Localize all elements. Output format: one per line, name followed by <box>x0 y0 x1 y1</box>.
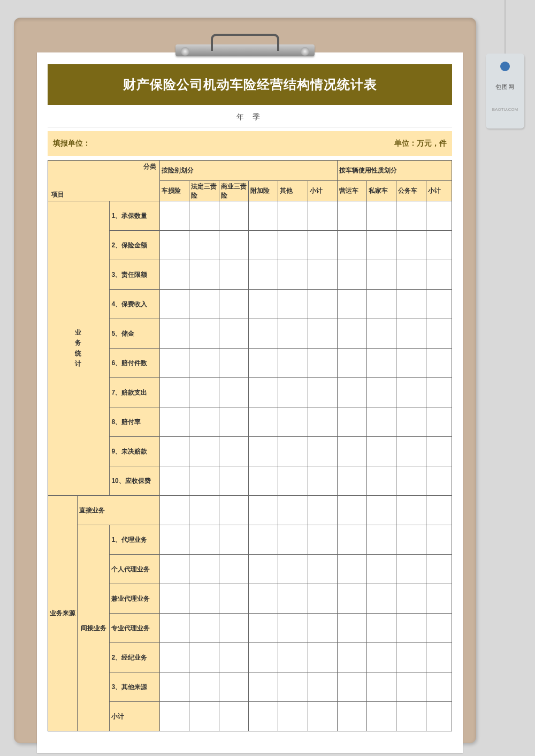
cell <box>426 584 452 614</box>
cell <box>396 702 426 731</box>
cell <box>248 290 278 319</box>
cell <box>367 349 396 378</box>
cell <box>189 437 219 466</box>
cell <box>308 349 337 378</box>
cell <box>367 702 396 731</box>
cell <box>337 555 366 584</box>
cell <box>160 260 189 290</box>
row-label: 个人代理业务 <box>110 555 160 584</box>
cell <box>337 319 366 349</box>
cell <box>367 614 396 643</box>
cell <box>189 378 219 407</box>
cell <box>278 466 308 496</box>
row-label: 7、赔款支出 <box>110 378 160 407</box>
cell <box>278 614 308 643</box>
cell <box>396 201 426 231</box>
cell <box>308 525 337 555</box>
cell <box>160 290 189 319</box>
row-label: 5、储金 <box>110 319 160 349</box>
corner-bottom: 项目 <box>51 190 64 199</box>
cell <box>396 437 426 466</box>
cell <box>219 702 248 731</box>
cell <box>396 231 426 260</box>
meta-right: 单位：万元，件 <box>394 139 447 148</box>
cell <box>160 201 189 231</box>
cell <box>367 525 396 555</box>
cell <box>219 555 248 584</box>
cell <box>426 378 452 407</box>
cell <box>248 702 278 731</box>
cell <box>308 672 337 702</box>
cell <box>189 466 219 496</box>
row-label: 3、其他来源 <box>110 672 160 702</box>
row-label: 兼业代理业务 <box>110 584 160 614</box>
col-h: 营运车 <box>337 181 366 201</box>
cell <box>160 525 189 555</box>
cell <box>337 643 366 672</box>
meta-bar: 填报单位： 单位：万元，件 <box>48 131 452 156</box>
cell <box>189 672 219 702</box>
cell <box>248 260 278 290</box>
col-h: 商业三责险 <box>219 181 248 201</box>
meta-left: 填报单位： <box>53 139 90 148</box>
cell <box>308 584 337 614</box>
col-h: 公务车 <box>396 181 426 201</box>
cell <box>337 614 366 643</box>
cell <box>248 349 278 378</box>
cell <box>337 525 366 555</box>
cell <box>396 290 426 319</box>
cell <box>426 201 452 231</box>
cell <box>308 555 337 584</box>
cell <box>426 643 452 672</box>
cell <box>308 437 337 466</box>
cell <box>219 643 248 672</box>
cell <box>396 319 426 349</box>
table-row: 业务来源 直接业务 <box>48 496 452 525</box>
cell <box>189 643 219 672</box>
cell <box>426 702 452 731</box>
cell <box>248 466 278 496</box>
cell <box>160 231 189 260</box>
cell <box>189 614 219 643</box>
cell <box>337 702 366 731</box>
cell <box>396 349 426 378</box>
cell <box>426 525 452 555</box>
cell <box>248 319 278 349</box>
cell <box>426 672 452 702</box>
cell <box>337 260 366 290</box>
cell <box>396 525 426 555</box>
cell <box>337 231 366 260</box>
col-h: 附加险 <box>248 181 278 201</box>
cell <box>160 496 189 525</box>
cell <box>189 319 219 349</box>
cell <box>160 349 189 378</box>
table-row: 业务统计 1、承保数量 <box>48 201 452 231</box>
corner-top: 分类 <box>143 162 156 171</box>
clip-rivet-left <box>181 47 189 56</box>
cell <box>189 407 219 437</box>
tag-text: 包图网 <box>486 83 524 91</box>
table-row: 间接业务 1、代理业务 <box>48 525 452 555</box>
cell <box>160 378 189 407</box>
cell <box>278 260 308 290</box>
cell <box>248 437 278 466</box>
cell <box>337 349 366 378</box>
cell <box>248 614 278 643</box>
form-title: 财产保险公司机动车险经营结构情况统计表 <box>48 64 452 105</box>
cell <box>278 643 308 672</box>
cell <box>367 260 396 290</box>
cell <box>426 555 452 584</box>
col-h: 法定三责险 <box>189 181 219 201</box>
cell <box>426 466 452 496</box>
cell <box>426 437 452 466</box>
cell <box>219 319 248 349</box>
cell <box>219 349 248 378</box>
form-paper: 财产保险公司机动车险经营结构情况统计表 年 季 填报单位： 单位：万元，件 分类… <box>37 52 463 753</box>
cell <box>308 290 337 319</box>
cell <box>337 378 366 407</box>
cell <box>189 555 219 584</box>
row-label: 小计 <box>110 702 160 731</box>
row-label: 1、代理业务 <box>110 525 160 555</box>
clip-rivet-right <box>301 47 309 56</box>
cell <box>278 584 308 614</box>
